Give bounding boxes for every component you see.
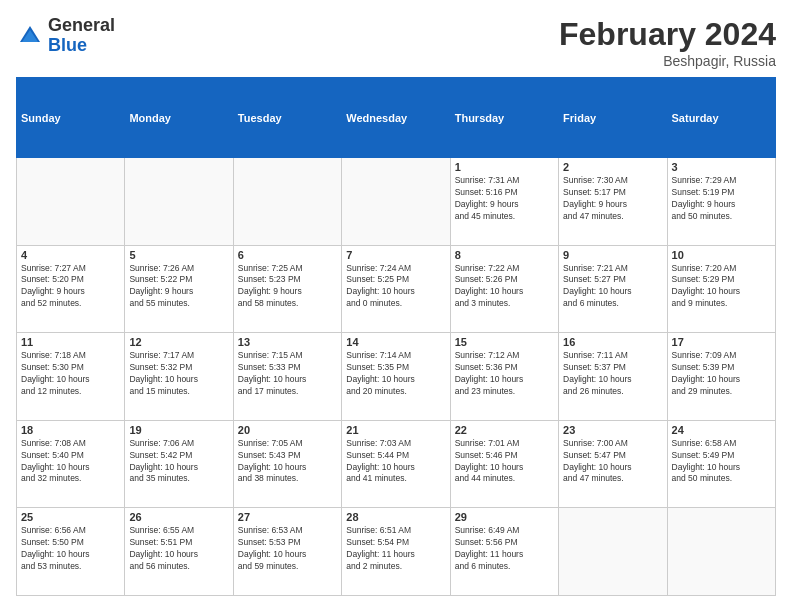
day-info: Sunrise: 7:20 AM Sunset: 5:29 PM Dayligh… [672, 263, 771, 311]
day-number: 18 [21, 424, 120, 436]
day-info: Sunrise: 7:06 AM Sunset: 5:42 PM Dayligh… [129, 438, 228, 486]
calendar-cell: 14Sunrise: 7:14 AM Sunset: 5:35 PM Dayli… [342, 333, 450, 421]
col-wednesday: Wednesday [342, 78, 450, 158]
day-info: Sunrise: 7:18 AM Sunset: 5:30 PM Dayligh… [21, 350, 120, 398]
day-info: Sunrise: 7:01 AM Sunset: 5:46 PM Dayligh… [455, 438, 554, 486]
day-number: 20 [238, 424, 337, 436]
day-number: 5 [129, 249, 228, 261]
day-info: Sunrise: 6:56 AM Sunset: 5:50 PM Dayligh… [21, 525, 120, 573]
calendar-cell [667, 508, 775, 596]
day-number: 10 [672, 249, 771, 261]
calendar-cell: 2Sunrise: 7:30 AM Sunset: 5:17 PM Daylig… [559, 158, 667, 246]
title-block: February 2024 Beshpagir, Russia [559, 16, 776, 69]
calendar-cell: 1Sunrise: 7:31 AM Sunset: 5:16 PM Daylig… [450, 158, 558, 246]
day-info: Sunrise: 7:24 AM Sunset: 5:25 PM Dayligh… [346, 263, 445, 311]
calendar-cell: 27Sunrise: 6:53 AM Sunset: 5:53 PM Dayli… [233, 508, 341, 596]
day-info: Sunrise: 6:49 AM Sunset: 5:56 PM Dayligh… [455, 525, 554, 573]
day-info: Sunrise: 6:51 AM Sunset: 5:54 PM Dayligh… [346, 525, 445, 573]
day-number: 6 [238, 249, 337, 261]
calendar-cell: 20Sunrise: 7:05 AM Sunset: 5:43 PM Dayli… [233, 420, 341, 508]
day-number: 4 [21, 249, 120, 261]
day-number: 25 [21, 511, 120, 523]
page: General Blue February 2024 Beshpagir, Ru… [0, 0, 792, 612]
calendar-cell: 24Sunrise: 6:58 AM Sunset: 5:49 PM Dayli… [667, 420, 775, 508]
calendar-cell [125, 158, 233, 246]
day-number: 12 [129, 336, 228, 348]
calendar: Sunday Monday Tuesday Wednesday Thursday… [16, 77, 776, 596]
day-info: Sunrise: 7:12 AM Sunset: 5:36 PM Dayligh… [455, 350, 554, 398]
day-info: Sunrise: 7:05 AM Sunset: 5:43 PM Dayligh… [238, 438, 337, 486]
day-number: 11 [21, 336, 120, 348]
calendar-week-3: 11Sunrise: 7:18 AM Sunset: 5:30 PM Dayli… [17, 333, 776, 421]
calendar-cell: 8Sunrise: 7:22 AM Sunset: 5:26 PM Daylig… [450, 245, 558, 333]
header: General Blue February 2024 Beshpagir, Ru… [16, 16, 776, 69]
col-thursday: Thursday [450, 78, 558, 158]
calendar-cell: 16Sunrise: 7:11 AM Sunset: 5:37 PM Dayli… [559, 333, 667, 421]
day-number: 21 [346, 424, 445, 436]
calendar-cell: 3Sunrise: 7:29 AM Sunset: 5:19 PM Daylig… [667, 158, 775, 246]
day-number: 24 [672, 424, 771, 436]
day-number: 13 [238, 336, 337, 348]
location-title: Beshpagir, Russia [559, 53, 776, 69]
logo-blue: Blue [48, 36, 115, 56]
calendar-cell: 17Sunrise: 7:09 AM Sunset: 5:39 PM Dayli… [667, 333, 775, 421]
logo-text: General Blue [48, 16, 115, 56]
day-number: 14 [346, 336, 445, 348]
day-info: Sunrise: 7:11 AM Sunset: 5:37 PM Dayligh… [563, 350, 662, 398]
day-info: Sunrise: 7:25 AM Sunset: 5:23 PM Dayligh… [238, 263, 337, 311]
calendar-cell [233, 158, 341, 246]
calendar-cell: 26Sunrise: 6:55 AM Sunset: 5:51 PM Dayli… [125, 508, 233, 596]
logo: General Blue [16, 16, 115, 56]
day-number: 27 [238, 511, 337, 523]
calendar-week-5: 25Sunrise: 6:56 AM Sunset: 5:50 PM Dayli… [17, 508, 776, 596]
day-info: Sunrise: 7:17 AM Sunset: 5:32 PM Dayligh… [129, 350, 228, 398]
calendar-cell: 29Sunrise: 6:49 AM Sunset: 5:56 PM Dayli… [450, 508, 558, 596]
day-info: Sunrise: 7:09 AM Sunset: 5:39 PM Dayligh… [672, 350, 771, 398]
calendar-week-1: 1Sunrise: 7:31 AM Sunset: 5:16 PM Daylig… [17, 158, 776, 246]
day-number: 23 [563, 424, 662, 436]
calendar-cell: 15Sunrise: 7:12 AM Sunset: 5:36 PM Dayli… [450, 333, 558, 421]
col-saturday: Saturday [667, 78, 775, 158]
month-title: February 2024 [559, 16, 776, 53]
day-number: 28 [346, 511, 445, 523]
day-number: 8 [455, 249, 554, 261]
day-number: 19 [129, 424, 228, 436]
calendar-week-4: 18Sunrise: 7:08 AM Sunset: 5:40 PM Dayli… [17, 420, 776, 508]
calendar-cell: 12Sunrise: 7:17 AM Sunset: 5:32 PM Dayli… [125, 333, 233, 421]
day-info: Sunrise: 7:00 AM Sunset: 5:47 PM Dayligh… [563, 438, 662, 486]
day-number: 16 [563, 336, 662, 348]
day-info: Sunrise: 7:21 AM Sunset: 5:27 PM Dayligh… [563, 263, 662, 311]
day-info: Sunrise: 7:03 AM Sunset: 5:44 PM Dayligh… [346, 438, 445, 486]
calendar-cell: 19Sunrise: 7:06 AM Sunset: 5:42 PM Dayli… [125, 420, 233, 508]
calendar-cell: 5Sunrise: 7:26 AM Sunset: 5:22 PM Daylig… [125, 245, 233, 333]
col-monday: Monday [125, 78, 233, 158]
day-number: 15 [455, 336, 554, 348]
calendar-cell: 4Sunrise: 7:27 AM Sunset: 5:20 PM Daylig… [17, 245, 125, 333]
calendar-cell: 13Sunrise: 7:15 AM Sunset: 5:33 PM Dayli… [233, 333, 341, 421]
calendar-cell: 21Sunrise: 7:03 AM Sunset: 5:44 PM Dayli… [342, 420, 450, 508]
calendar-cell: 28Sunrise: 6:51 AM Sunset: 5:54 PM Dayli… [342, 508, 450, 596]
day-number: 3 [672, 161, 771, 173]
day-info: Sunrise: 7:29 AM Sunset: 5:19 PM Dayligh… [672, 175, 771, 223]
day-info: Sunrise: 6:58 AM Sunset: 5:49 PM Dayligh… [672, 438, 771, 486]
day-number: 1 [455, 161, 554, 173]
calendar-cell [342, 158, 450, 246]
day-number: 26 [129, 511, 228, 523]
day-info: Sunrise: 7:27 AM Sunset: 5:20 PM Dayligh… [21, 263, 120, 311]
calendar-header-row: Sunday Monday Tuesday Wednesday Thursday… [17, 78, 776, 158]
day-info: Sunrise: 7:30 AM Sunset: 5:17 PM Dayligh… [563, 175, 662, 223]
calendar-cell: 7Sunrise: 7:24 AM Sunset: 5:25 PM Daylig… [342, 245, 450, 333]
calendar-week-2: 4Sunrise: 7:27 AM Sunset: 5:20 PM Daylig… [17, 245, 776, 333]
col-sunday: Sunday [17, 78, 125, 158]
logo-icon [16, 22, 44, 50]
calendar-cell: 9Sunrise: 7:21 AM Sunset: 5:27 PM Daylig… [559, 245, 667, 333]
day-info: Sunrise: 7:08 AM Sunset: 5:40 PM Dayligh… [21, 438, 120, 486]
day-info: Sunrise: 7:26 AM Sunset: 5:22 PM Dayligh… [129, 263, 228, 311]
day-info: Sunrise: 7:14 AM Sunset: 5:35 PM Dayligh… [346, 350, 445, 398]
day-number: 2 [563, 161, 662, 173]
day-info: Sunrise: 7:15 AM Sunset: 5:33 PM Dayligh… [238, 350, 337, 398]
logo-general: General [48, 16, 115, 36]
day-info: Sunrise: 6:53 AM Sunset: 5:53 PM Dayligh… [238, 525, 337, 573]
calendar-cell: 23Sunrise: 7:00 AM Sunset: 5:47 PM Dayli… [559, 420, 667, 508]
day-info: Sunrise: 6:55 AM Sunset: 5:51 PM Dayligh… [129, 525, 228, 573]
